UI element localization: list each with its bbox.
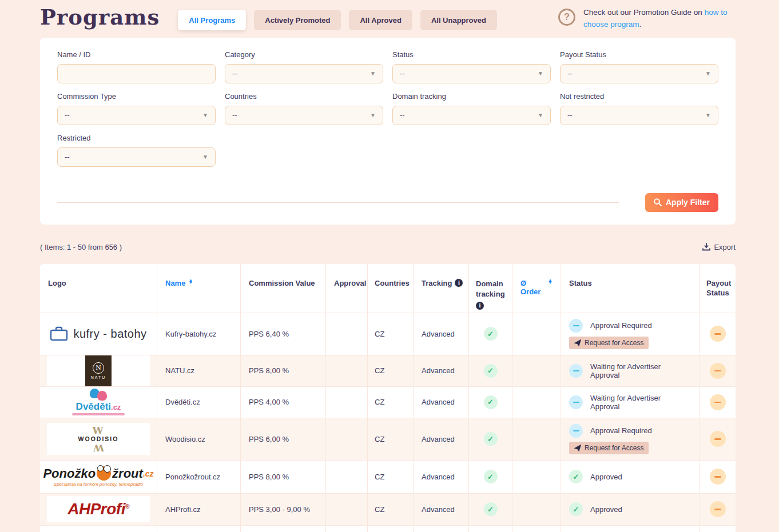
- check-icon: ✓: [484, 327, 498, 341]
- header-tracking: Tracking i: [414, 264, 469, 313]
- restricted-label: Restricted: [57, 134, 216, 142]
- commission-value: PPS 3,00 - 9,00 %: [241, 494, 326, 525]
- table-row[interactable]: kufry - batohy Kufry-batohy.cz PPS 6,40 …: [40, 313, 736, 355]
- request-for-access-button[interactable]: Request for Access: [569, 337, 649, 349]
- sort-by-order[interactable]: Ø Order ▲▼: [520, 279, 553, 296]
- logo-tagline-mark: [72, 413, 125, 415]
- countries-cell: CZ: [368, 418, 414, 460]
- logo-text: WOODISIO: [78, 436, 119, 442]
- table-row[interactable]: Dvěděti.cz Dvěděti.cz PPS 4,00 % CZ Adva…: [40, 386, 736, 418]
- program-name: Kufry-batohy.cz: [157, 313, 241, 355]
- help-text: Check out our Promotion Guide on how to …: [583, 7, 736, 31]
- commission-value: PPS 8,00 %: [241, 355, 326, 386]
- countries-cell: CZ: [368, 494, 414, 525]
- countries-cell: CZ: [368, 387, 414, 418]
- countries-select[interactable]: -- ▼: [225, 106, 383, 125]
- countries-label: Countries: [225, 92, 383, 101]
- pending-minus-icon: [569, 319, 583, 333]
- chevron-down-icon: ▼: [202, 112, 208, 118]
- logo-text: Ponožko: [43, 467, 96, 480]
- countries-cell: CZ: [368, 313, 414, 355]
- category-value: --: [232, 69, 237, 78]
- tab-all-unapproved[interactable]: All Unapproved: [420, 10, 497, 30]
- commission-value: PPS 6,40 %: [241, 313, 326, 355]
- logo-text: NATU: [91, 375, 106, 379]
- status-label: Status: [392, 50, 551, 59]
- download-icon: [702, 243, 710, 251]
- domain-tracking-select[interactable]: -- ▼: [392, 106, 551, 125]
- items-count: ( Items: 1 - 50 from 656 ): [40, 243, 122, 251]
- restricted-select[interactable]: -- ▼: [57, 147, 216, 167]
- header-commission-value: Commission Value: [241, 264, 326, 313]
- payout-status-select[interactable]: -- ▼: [560, 64, 718, 83]
- program-name: [157, 526, 241, 532]
- wood-logo-mark: W: [92, 443, 104, 453]
- tab-all-programs[interactable]: All Programs: [178, 10, 246, 30]
- apply-filter-button[interactable]: Apply Filter: [645, 193, 718, 212]
- registered-mark: ®: [125, 503, 129, 510]
- logo-letter: N: [93, 362, 104, 374]
- tracking-cell: Advanced: [414, 494, 469, 525]
- payout-minus-icon: [710, 469, 726, 485]
- sort-by-name[interactable]: Name ▲▼: [165, 279, 193, 287]
- header-domain-tracking: Domain tracking i: [469, 264, 512, 313]
- status-cell: Waiting for Advertiser Approval: [561, 387, 699, 418]
- apply-filter-label: Apply Filter: [666, 198, 710, 207]
- program-name: Woodisio.cz: [157, 418, 241, 460]
- check-icon: ✓: [484, 502, 498, 516]
- export-label: Export: [714, 243, 736, 251]
- commission-type-select[interactable]: -- ▼: [57, 106, 216, 125]
- filter-status: Status -- ▼: [392, 50, 551, 83]
- tab-actively-promoted[interactable]: Actively Promoted: [254, 10, 341, 30]
- tracking-cell: Advanced: [414, 418, 469, 460]
- not-restricted-select[interactable]: -- ▼: [560, 106, 718, 125]
- program-logo: Ponožko žrout.cz Specialista na funkční …: [40, 461, 157, 493]
- payout-status-cell: [699, 526, 736, 532]
- header-order: Ø Order ▲▼: [512, 264, 561, 313]
- tracking-cell: Advanced: [414, 461, 469, 493]
- sock-monster-icon: [97, 466, 111, 481]
- filter-not-restricted: Not restricted -- ▼: [560, 92, 718, 125]
- order-cell: [512, 526, 561, 532]
- info-icon[interactable]: i: [455, 279, 463, 287]
- export-button[interactable]: Export: [702, 243, 736, 251]
- tab-bar: All Programs Actively Promoted All Aprov…: [178, 10, 497, 30]
- program-name: Ponožkožrout.cz: [157, 461, 241, 493]
- tab-all-approved[interactable]: All Aproved: [349, 10, 412, 30]
- program-name: AHProfi.cz: [157, 494, 241, 525]
- help-line: Check out our Promotion Guide on: [583, 8, 702, 17]
- category-select[interactable]: -- ▼: [225, 64, 383, 83]
- request-for-access-button[interactable]: Request for Access: [569, 442, 649, 454]
- payout-minus-icon: [710, 431, 726, 447]
- table-row[interactable]: Ponožko žrout.cz Specialista na funkční …: [40, 460, 736, 493]
- table-row[interactable]: W WOODISIO W Woodisio.cz PPS 6,00 % CZ A…: [40, 418, 736, 460]
- summary-bar: ( Items: 1 - 50 from 656 ) Export: [40, 243, 736, 251]
- request-access-label: Request for Access: [585, 444, 643, 452]
- payout-minus-icon: [710, 326, 726, 342]
- approval-cell: [326, 418, 368, 460]
- domain-tracking-cell: ✓: [469, 418, 512, 460]
- commission-value: PPS 8,00 %: [241, 461, 326, 493]
- search-icon: [654, 198, 662, 206]
- payout-minus-icon: [710, 501, 726, 517]
- not-restricted-label: Not restricted: [560, 92, 718, 101]
- name-id-input[interactable]: [57, 64, 216, 83]
- header-name: Name ▲▼: [157, 264, 241, 313]
- table-header-row: Logo Name ▲▼ Commission Value Approval C…: [40, 264, 736, 313]
- payout-status-cell: [699, 461, 736, 493]
- countries-cell: CZ: [368, 461, 414, 493]
- status-text: Approval Required: [590, 426, 652, 435]
- chevron-down-icon: ▼: [538, 112, 543, 118]
- info-icon[interactable]: i: [476, 302, 484, 310]
- domain-tracking-cell: ✓: [469, 355, 512, 386]
- program-logo: AHProfi®: [40, 494, 157, 525]
- approval-cell: [326, 461, 368, 493]
- table-row[interactable]: N NATU NATU.cz PPS 8,00 % CZ Advanced ✓ …: [40, 355, 736, 386]
- paper-plane-icon: [574, 339, 581, 346]
- domain-tracking-cell: ✓: [469, 387, 512, 418]
- status-select[interactable]: -- ▼: [392, 64, 551, 83]
- table-row[interactable]: ✓ ✓: [40, 525, 736, 532]
- table-row[interactable]: AHProfi® AHProfi.cz PPS 3,00 - 9,00 % CZ…: [40, 493, 736, 525]
- approval-cell: [326, 387, 368, 418]
- program-name: NATU.cz: [157, 355, 241, 386]
